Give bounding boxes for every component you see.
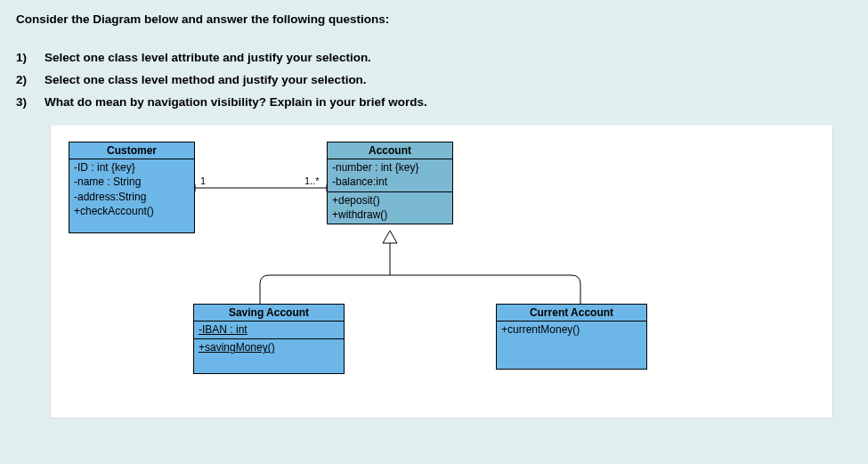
operation: +savingMoney() <box>199 340 339 354</box>
question-text: Select one class level method and justif… <box>45 73 367 86</box>
question-text: Select one class level attribute and jus… <box>45 51 371 64</box>
operation: +deposit() <box>332 193 448 208</box>
question-2: 2) Select one class level method and jus… <box>16 73 852 86</box>
class-account: Account -number : int {key} -balance:int… <box>327 142 453 224</box>
class-current-account: Current Account +currentMoney() <box>496 304 647 370</box>
operation: +currentMoney() <box>501 322 642 337</box>
class-name: Saving Account <box>194 305 344 322</box>
attribute: -IBAN : int <box>199 322 339 337</box>
question-1: 1) Select one class level attribute and … <box>16 51 852 64</box>
class-name: Account <box>328 142 452 159</box>
class-name: Customer <box>69 142 194 159</box>
multiplicity-left: 1 <box>200 175 206 186</box>
svg-marker-3 <box>383 231 397 243</box>
attribute: -number : int {key} <box>332 160 448 175</box>
question-number: 1) <box>16 51 45 64</box>
attribute: -balance:int <box>332 175 448 189</box>
operation: +withdraw() <box>332 208 448 222</box>
attribute: -name : String <box>74 175 190 189</box>
class-name: Current Account <box>497 305 646 322</box>
multiplicity-right: 1..* <box>304 175 320 186</box>
page-heading: Consider the Diagram below and answer th… <box>16 12 852 26</box>
question-number: 3) <box>16 95 45 109</box>
question-text: What do mean by navigation visibility? E… <box>45 95 427 109</box>
uml-diagram: 1 1..* Customer -ID : int {key} -name : … <box>50 125 833 419</box>
attribute: -ID : int {key} <box>74 160 190 175</box>
operation: +checkAccount() <box>74 204 190 218</box>
class-customer: Customer -ID : int {key} -name : String … <box>69 142 195 233</box>
class-saving-account: Saving Account -IBAN : int +savingMoney(… <box>193 304 345 374</box>
question-number: 2) <box>16 73 45 86</box>
question-3: 3) What do mean by navigation visibility… <box>16 95 852 109</box>
attribute: -address:String <box>74 190 190 204</box>
